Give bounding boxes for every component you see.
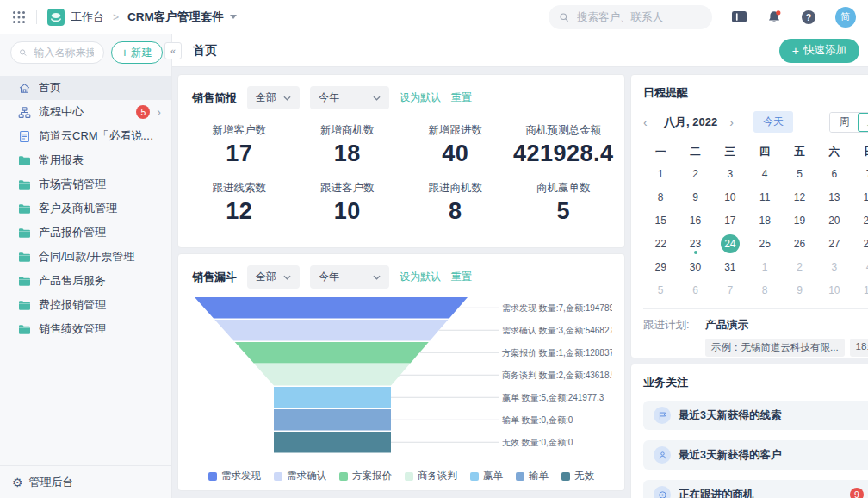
business-item[interactable]: 最近3天新获得的客户›: [643, 440, 868, 470]
sidebar-search[interactable]: [10, 41, 104, 64]
calendar-day[interactable]: 29: [643, 255, 678, 278]
sidebar-item[interactable]: 产品报价管理: [0, 221, 171, 245]
funnel-stage[interactable]: [195, 297, 468, 319]
app-title[interactable]: CRM客户管理套件: [127, 9, 224, 25]
notification-bell-icon[interactable]: [766, 9, 782, 25]
funnel-stage[interactable]: [214, 320, 448, 341]
sidebar-item[interactable]: 常用报表: [0, 148, 171, 172]
funnel-stage[interactable]: [274, 387, 391, 408]
calendar-day[interactable]: 13: [817, 185, 852, 209]
calendar-day[interactable]: 31: [713, 255, 747, 278]
sidebar-item[interactable]: 费控报销管理: [0, 293, 171, 317]
calendar-day[interactable]: 3: [713, 162, 747, 185]
time-select[interactable]: 今年: [310, 86, 389, 109]
prev-month-icon[interactable]: ‹: [643, 116, 655, 128]
calendar-day[interactable]: 8: [747, 278, 782, 302]
manual-icon[interactable]: [731, 9, 747, 24]
calendar-day[interactable]: 2: [782, 255, 816, 278]
set-default-link[interactable]: 设为默认: [400, 90, 441, 105]
calendar-day[interactable]: 5: [782, 162, 816, 185]
time-select[interactable]: 今年: [310, 265, 389, 289]
calendar-day[interactable]: 20: [817, 209, 852, 232]
calendar-day[interactable]: 19: [782, 209, 816, 232]
sidebar-item[interactable]: 产品售后服务: [0, 269, 171, 293]
funnel-stage[interactable]: [274, 409, 391, 431]
calendar-day[interactable]: 2: [678, 162, 712, 185]
legend-item[interactable]: 输单: [516, 470, 549, 482]
calendar-day[interactable]: 11: [852, 278, 868, 302]
calendar-day[interactable]: 11: [747, 185, 782, 209]
calendar-day[interactable]: 10: [817, 278, 852, 302]
business-item[interactable]: 最近3天新获得的线索›: [643, 401, 868, 430]
reset-link[interactable]: 重置: [451, 90, 472, 105]
sidebar-item[interactable]: 客户及商机管理: [0, 196, 171, 221]
funnel-stage[interactable]: [235, 342, 429, 364]
sidebar-item[interactable]: 市场营销管理: [0, 172, 171, 196]
sidebar-item[interactable]: 简道云CRM「必看说明」: [0, 124, 171, 148]
global-search-input[interactable]: [575, 10, 702, 24]
calendar-day[interactable]: 23: [678, 232, 712, 255]
legend-item[interactable]: 方案报价: [339, 470, 392, 482]
sidebar-item[interactable]: 合同/回款/开票管理: [0, 245, 171, 269]
month-toggle-button[interactable]: 月: [858, 113, 868, 132]
set-default-link[interactable]: 设为默认: [400, 270, 441, 284]
calendar-day[interactable]: 7: [713, 278, 747, 302]
calendar-day[interactable]: 24: [713, 232, 747, 255]
new-button[interactable]: +新建: [111, 41, 163, 64]
legend-item[interactable]: 赢单: [470, 470, 503, 482]
calendar-day[interactable]: 25: [747, 232, 782, 255]
apps-grid-icon[interactable]: [12, 10, 26, 24]
workspace-link[interactable]: 工作台: [71, 9, 104, 25]
calendar-day[interactable]: 28: [852, 232, 868, 255]
calendar-day[interactable]: 5: [643, 278, 678, 302]
funnel-stage[interactable]: [274, 432, 391, 453]
legend-item[interactable]: 需求确认: [274, 470, 326, 482]
help-icon[interactable]: ?: [801, 9, 816, 25]
sidebar-item-admin[interactable]: ⚙ 管理后台: [0, 465, 171, 498]
next-month-icon[interactable]: ›: [729, 116, 741, 128]
calendar-day[interactable]: 30: [678, 255, 712, 278]
calendar-day[interactable]: 10: [713, 185, 747, 209]
legend-item[interactable]: 无效: [561, 470, 594, 482]
calendar-day[interactable]: 9: [782, 278, 816, 302]
reset-link[interactable]: 重置: [451, 270, 472, 284]
today-button[interactable]: 今天: [753, 111, 793, 133]
quick-add-button[interactable]: +快速添加: [779, 39, 859, 63]
business-item[interactable]: 正在跟进的商机9›: [643, 480, 868, 498]
calendar-day[interactable]: 27: [817, 232, 852, 255]
scope-select[interactable]: 全部: [247, 265, 300, 289]
calendar-day[interactable]: 7: [852, 162, 868, 185]
sidebar-search-input[interactable]: [32, 46, 95, 59]
week-toggle-button[interactable]: 周: [830, 113, 858, 132]
sidebar-item[interactable]: 流程中心5›: [0, 100, 171, 124]
calendar-day[interactable]: 1: [747, 255, 782, 278]
calendar-day[interactable]: 21: [852, 209, 868, 232]
legend-item[interactable]: 需求发现: [208, 470, 261, 482]
calendar-day[interactable]: 26: [782, 232, 816, 255]
calendar-day[interactable]: 16: [678, 209, 712, 232]
legend-item[interactable]: 商务谈判: [405, 470, 457, 482]
calendar-day[interactable]: 6: [817, 162, 852, 185]
calendar-day[interactable]: 8: [643, 185, 678, 209]
calendar-day[interactable]: 4: [747, 162, 782, 185]
calendar-day[interactable]: 9: [678, 185, 712, 209]
calendar-day[interactable]: 3: [817, 255, 852, 278]
funnel-stage[interactable]: [255, 364, 409, 386]
plan-title[interactable]: 产品演示: [705, 318, 868, 333]
calendar-day[interactable]: 18: [747, 209, 782, 232]
sidebar-item[interactable]: 销售绩效管理: [0, 317, 171, 341]
calendar-day[interactable]: 15: [643, 209, 678, 232]
calendar-day[interactable]: 12: [782, 185, 816, 209]
scope-select[interactable]: 全部: [247, 86, 300, 109]
sidebar-collapse-icon[interactable]: «: [164, 42, 182, 59]
global-search[interactable]: [549, 5, 712, 29]
calendar-day[interactable]: 14: [852, 185, 868, 209]
calendar-day[interactable]: 6: [678, 278, 712, 302]
calendar-day[interactable]: 4: [852, 255, 868, 278]
avatar[interactable]: 简: [835, 7, 856, 28]
calendar-day[interactable]: 17: [713, 209, 747, 232]
calendar-day[interactable]: 22: [643, 232, 678, 255]
sidebar-item[interactable]: 首页: [0, 76, 171, 100]
chevron-down-icon[interactable]: [230, 15, 237, 19]
calendar-day[interactable]: 1: [643, 162, 678, 185]
